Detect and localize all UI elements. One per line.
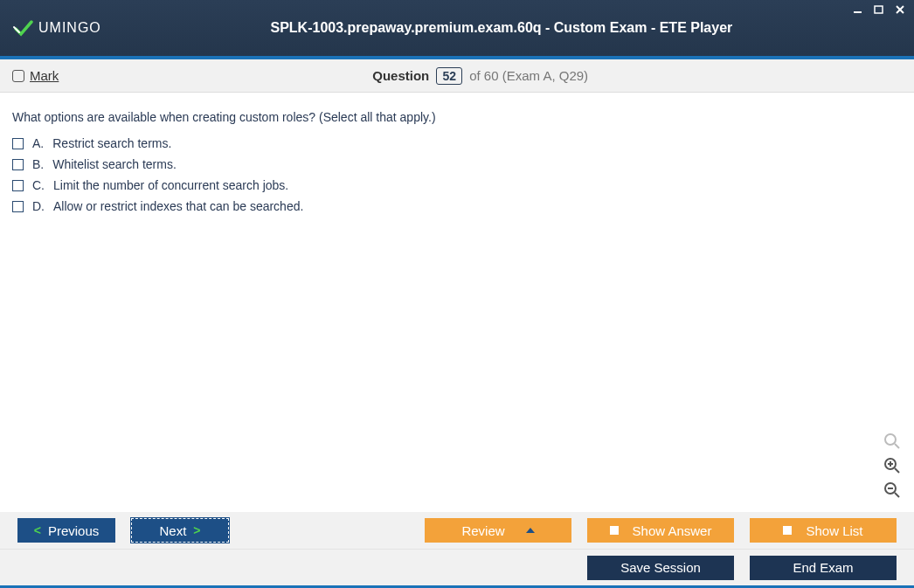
review-button[interactable]: Review [425,518,571,543]
footer-action-row: Save Session End Exam [0,549,914,585]
zoom-out-icon[interactable] [883,481,902,500]
window-title: SPLK-1003.prepaway.premium.exam.60q - Cu… [101,20,902,36]
footer-nav-row: < Previous Next > Review Show Answer Sho… [0,512,914,549]
show-answer-button[interactable]: Show Answer [587,518,734,543]
mark-label: Mark [30,68,59,83]
stop-icon [610,526,619,535]
svg-line-7 [895,468,899,473]
previous-label: Previous [48,523,99,538]
chevron-left-icon: < [34,523,41,537]
svg-line-11 [895,493,899,497]
svg-line-5 [895,444,899,448]
previous-button[interactable]: < Previous [17,518,115,543]
logo-text: UMINGO [38,20,101,36]
option-row[interactable]: C.Limit the number of concurrent search … [12,178,902,192]
save-session-label: Save Session [620,560,701,575]
app-logo: UMINGO [12,17,101,38]
title-bar: UMINGO SPLK-1003.prepaway.premium.exam.6… [0,0,914,59]
option-checkbox-icon [12,180,24,191]
save-session-button[interactable]: Save Session [587,556,734,580]
question-of-total: of 60 (Exam A, Q29) [469,68,588,83]
close-button[interactable] [893,3,907,16]
end-exam-button[interactable]: End Exam [750,556,897,580]
mark-checkbox-icon [12,70,24,82]
zoom-in-icon[interactable] [883,456,902,475]
window-controls [851,3,907,16]
option-text: Whitelist search terms. [52,157,177,171]
check-logo-icon [12,17,33,38]
option-letter: B. [32,157,44,171]
chevron-right-icon: > [193,523,200,537]
triangle-up-icon [526,528,535,533]
options-list: A.Restrict search terms.B.Whitelist sear… [12,136,902,213]
question-number-display: Question 52 of 60 (Exam A, Q29) [59,67,902,85]
question-content: What options are available when creating… [0,93,914,512]
show-list-button[interactable]: Show List [750,518,897,543]
show-list-label: Show List [806,523,862,538]
option-letter: D. [32,199,45,213]
option-letter: C. [32,178,45,192]
question-bar: Mark Question 52 of 60 (Exam A, Q29) [0,59,914,93]
option-text: Allow or restrict indexes that can be se… [53,199,303,213]
end-exam-label: End Exam [793,560,853,575]
show-answer-label: Show Answer [633,523,712,538]
option-text: Limit the number of concurrent search jo… [53,178,288,192]
option-row[interactable]: D.Allow or restrict indexes that can be … [12,199,902,213]
mark-toggle[interactable]: Mark [12,68,59,83]
option-row[interactable]: A.Restrict search terms. [12,136,902,150]
option-letter: A. [32,136,44,150]
svg-rect-1 [875,6,883,13]
search-icon[interactable] [883,432,902,451]
next-label: Next [159,523,186,538]
question-label: Question [372,68,429,83]
minimize-button[interactable] [851,3,865,16]
option-checkbox-icon [12,201,24,212]
option-checkbox-icon [12,159,24,170]
option-row[interactable]: B.Whitelist search terms. [12,157,902,171]
zoom-controls [883,432,902,500]
option-text: Restrict search terms. [52,136,171,150]
stop-icon [783,526,792,535]
question-text: What options are available when creating… [12,110,902,124]
question-number: 52 [436,67,462,85]
option-checkbox-icon [12,138,24,149]
review-label: Review [461,523,504,538]
next-button[interactable]: Next > [131,518,229,543]
maximize-button[interactable] [872,3,886,16]
svg-point-4 [885,434,896,445]
